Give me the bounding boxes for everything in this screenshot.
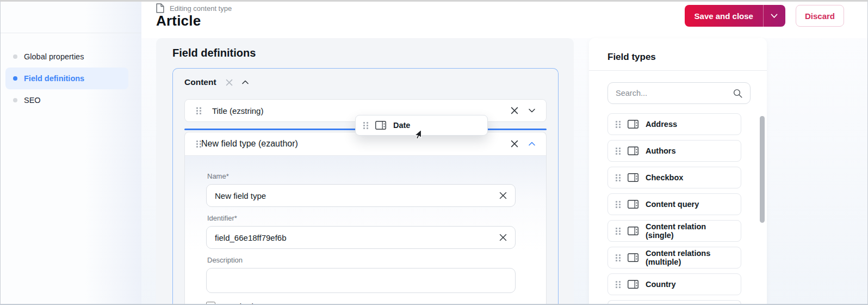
field-type-item[interactable]: Content query (607, 193, 741, 215)
field-type-icon (628, 147, 638, 155)
name-field-shell (206, 184, 516, 207)
identifier-field[interactable] (215, 233, 499, 242)
save-and-close-button[interactable]: Save and close (685, 5, 785, 27)
dragged-field-label: Date (393, 121, 410, 130)
field-definitions-panel: Field definitions Content Title (ezstrin… (156, 38, 574, 305)
nav-dot-icon (13, 98, 17, 102)
scrollbar-thumb[interactable] (760, 116, 765, 223)
nav-item-label: Field definitions (24, 74, 84, 83)
expanded-field-body: Name* Identifier* Descriptio (185, 156, 546, 305)
field-group-header: Content (173, 72, 558, 93)
drag-handle-icon[interactable] (616, 254, 621, 261)
field-types-panel: Field types Address (589, 38, 767, 305)
sidebar-item-seo[interactable]: SEO (5, 89, 128, 111)
collapse-field-icon[interactable] (529, 142, 535, 146)
field-type-item[interactable]: Country (607, 273, 741, 295)
field-type-label: Address (646, 120, 677, 129)
description-label: Description (207, 256, 516, 264)
field-row-label: New field type (ezauthor) (201, 139, 298, 149)
save-options-toggle[interactable] (763, 5, 785, 27)
field-type-icon (628, 280, 638, 289)
field-row-new-field-type: New field type (ezauthor) Name* (184, 132, 547, 305)
identifier-label: Identifier* (207, 214, 516, 222)
drag-handle-icon[interactable] (196, 107, 201, 114)
drag-handle-icon[interactable] (616, 121, 621, 128)
field-type-item[interactable]: Content relation (single) (607, 220, 741, 242)
field-type-label: Authors (646, 147, 676, 155)
field-type-item[interactable]: Address (607, 113, 741, 135)
field-group-content: Content Title (ezstring) (172, 68, 559, 305)
field-type-item-partial[interactable] (607, 300, 741, 305)
description-field-shell (206, 268, 516, 293)
header-actions: Save and close Discard (685, 5, 844, 27)
field-type-icon (628, 173, 638, 182)
sidebar-item-global-properties[interactable]: Global properties (5, 46, 128, 68)
left-sidebar: Global properties Field definitions SEO (0, 0, 141, 305)
section-title: Field definitions (172, 47, 256, 59)
field-type-icon (628, 200, 638, 209)
drag-handle-icon[interactable] (616, 281, 621, 288)
drag-handle-icon[interactable] (616, 201, 621, 208)
required-row: Required (206, 302, 516, 305)
document-icon (156, 3, 164, 13)
discard-button[interactable]: Discard (796, 5, 844, 27)
remove-field-icon[interactable] (511, 107, 518, 114)
field-row-label: Title (ezstring) (212, 106, 263, 115)
expand-field-icon[interactable] (529, 108, 535, 113)
clear-name-icon[interactable] (499, 192, 507, 199)
page-header: Editing content type Article Save and cl… (141, 0, 868, 38)
field-type-icon (628, 120, 638, 129)
save-and-close-label[interactable]: Save and close (685, 5, 763, 27)
nav-item-label: SEO (24, 96, 41, 105)
anchor-nav: Global properties Field definitions SEO (0, 33, 141, 111)
field-type-label: Checkbox (646, 173, 683, 182)
page-title: Article (156, 13, 201, 29)
field-types-scroll-area: Address Authors (607, 113, 741, 305)
search-input[interactable] (616, 89, 733, 97)
sidebar-item-field-definitions[interactable]: Field definitions (5, 68, 128, 89)
search-field-shell (607, 82, 751, 104)
nav-dot-icon (13, 54, 17, 59)
clear-identifier-icon[interactable] (499, 234, 507, 241)
field-types-list: Address Authors (607, 113, 741, 295)
required-label[interactable]: Required (220, 302, 253, 305)
nav-dot-icon (13, 76, 17, 81)
field-type-icon (628, 227, 638, 235)
required-checkbox[interactable] (206, 302, 215, 305)
nav-item-label: Global properties (24, 52, 84, 61)
search-icon (733, 89, 742, 98)
description-field[interactable] (215, 273, 507, 288)
cursor-icon (414, 129, 424, 139)
remove-field-icon[interactable] (511, 140, 518, 148)
identifier-field-shell (206, 226, 516, 249)
drag-handle-icon[interactable] (616, 148, 621, 155)
close-icon[interactable] (226, 79, 233, 86)
sidebar-header (0, 0, 141, 33)
drag-handle-icon[interactable] (616, 228, 621, 235)
field-type-label: Country (646, 280, 676, 289)
field-type-item[interactable]: Checkbox (607, 167, 741, 188)
field-type-icon (375, 121, 386, 130)
discard-label: Discard (805, 11, 835, 21)
panel-title: Field types (589, 38, 767, 71)
field-type-label: Content relation (single) (646, 222, 734, 240)
field-type-item[interactable]: Content relations (multiple) (607, 247, 741, 269)
context-label: Editing content type (170, 4, 232, 13)
name-field[interactable] (215, 191, 499, 200)
field-type-item[interactable]: Authors (607, 140, 741, 162)
drag-handle-icon[interactable] (363, 122, 368, 129)
field-type-icon (628, 253, 638, 262)
context-row: Editing content type (156, 3, 232, 13)
field-group-name: Content (184, 77, 216, 87)
field-type-label: Content query (646, 200, 699, 209)
drag-handle-icon[interactable] (616, 174, 621, 181)
field-type-label: Content relations (multiple) (646, 249, 734, 266)
collapse-group-icon[interactable] (242, 80, 249, 84)
name-label: Name* (207, 172, 516, 180)
chevron-down-icon (771, 14, 778, 19)
expanded-field-header[interactable]: New field type (ezauthor) (185, 132, 546, 156)
drag-handle-icon[interactable] (196, 141, 201, 148)
